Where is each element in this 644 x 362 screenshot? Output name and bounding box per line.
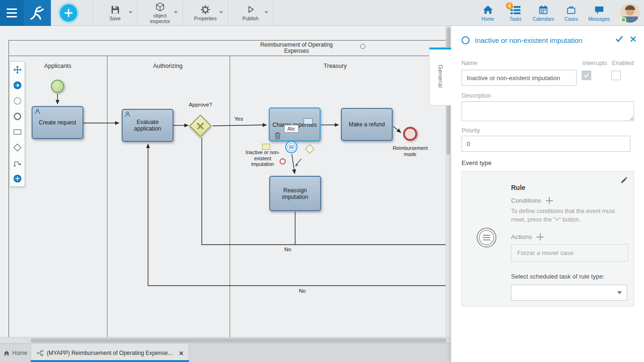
diagram-canvas[interactable]: Reimbursement of Operating Expenses Appl… <box>0 26 451 337</box>
properties-panel: General Inactive or non-existent imputat… <box>451 26 644 362</box>
circle-thick-tool[interactable] <box>10 108 25 124</box>
close-button[interactable] <box>630 35 636 42</box>
scrollbar-thumb[interactable] <box>31 338 446 343</box>
actions-label: Actions <box>511 233 532 240</box>
play-icon <box>246 5 256 15</box>
tasks-icon: 4 <box>510 4 521 16</box>
diamond-tool[interactable] <box>10 140 25 155</box>
chevron-down-icon[interactable] <box>219 11 223 14</box>
priority-label: Priority <box>462 127 480 134</box>
person-icon <box>124 111 131 119</box>
publish-label: Publish <box>242 16 258 22</box>
process-icon <box>37 350 43 356</box>
nav-home[interactable]: Home <box>474 0 502 26</box>
name-input[interactable] <box>462 70 577 86</box>
nav-cases-label: Cases <box>564 16 578 22</box>
tab-document-active[interactable]: (MYAPP) Reimbursement of Operating Expen… <box>31 344 189 362</box>
lane-label-authorizing: Authorizing <box>146 63 190 69</box>
nav-cases[interactable]: Cases <box>557 0 585 26</box>
connector-tool[interactable] <box>10 155 25 171</box>
messages-icon <box>594 4 604 16</box>
chevron-down-icon[interactable] <box>264 11 268 14</box>
tab-home[interactable]: Home <box>0 344 31 362</box>
pencil-icon <box>620 176 628 184</box>
add-button[interactable] <box>60 4 77 22</box>
tab-document-label: (MYAPP) Reimbursement of Operating Expen… <box>47 350 175 356</box>
task-create-request[interactable]: Create request <box>32 106 83 139</box>
avatar[interactable] <box>620 3 640 23</box>
task-label: Create request <box>39 119 76 126</box>
publish-button[interactable]: Publish <box>228 0 273 26</box>
task-label: Reassign imputation <box>272 187 318 200</box>
nav-tasks-label: Tasks <box>510 16 522 22</box>
priority-input[interactable] <box>462 136 630 152</box>
brand <box>0 0 51 26</box>
menu-button[interactable] <box>0 0 24 26</box>
check-icon <box>615 35 623 42</box>
rule-section: Rule Conditions To define conditions tha… <box>462 171 634 306</box>
object-inspector-button[interactable]: object inspector <box>138 0 183 26</box>
add-action-button[interactable] <box>537 233 544 240</box>
nav-tasks[interactable]: 4 Tasks <box>502 0 529 26</box>
edit-rule-button[interactable] <box>620 176 628 184</box>
tab-home-label: Home <box>12 350 27 356</box>
interrupts-label: Interrupts <box>582 60 607 66</box>
pool-event-icon <box>360 44 365 49</box>
nav-home-label: Home <box>481 16 494 22</box>
circle-thin-tool[interactable] <box>10 93 25 108</box>
task-reassign-imputation[interactable]: Reassign imputation <box>269 176 321 211</box>
rectangle-tool[interactable] <box>10 124 25 140</box>
action-forzar-button[interactable]: Forzar a mover caso <box>511 244 628 262</box>
arrow-right-tool[interactable] <box>10 77 25 93</box>
trash-icon[interactable] <box>274 132 281 141</box>
chevron-down-icon[interactable] <box>129 11 132 14</box>
scheduled-task-select[interactable] <box>511 285 627 301</box>
conditions-help-text: To define conditions that the event must… <box>511 207 624 224</box>
description-label: Description <box>462 92 491 99</box>
connector-arrow-tool[interactable] <box>291 157 304 171</box>
calendar-icon <box>538 4 548 16</box>
event-type-label: Event type <box>462 159 492 166</box>
interrupts-checkbox[interactable] <box>582 71 591 80</box>
start-event[interactable] <box>51 80 64 93</box>
app-logo-icon[interactable] <box>24 0 51 26</box>
task-make-a-refund[interactable]: Make a refund <box>341 108 393 141</box>
canvas-horizontal-scrollbar[interactable] <box>0 337 451 343</box>
nav-messages[interactable]: Messages <box>585 0 613 26</box>
lane-label-treasury: Treasury <box>316 63 355 69</box>
move-tool[interactable] <box>10 62 25 77</box>
confirm-button[interactable] <box>615 35 623 42</box>
properties-label: Properties <box>194 16 217 22</box>
home-icon <box>483 4 493 16</box>
end-event-label: Reimbursement made <box>390 145 430 157</box>
cases-icon <box>566 4 576 16</box>
tab-general[interactable]: General <box>429 47 451 106</box>
abc-text-tool[interactable]: Abc <box>284 125 298 132</box>
task-evaluate-application[interactable]: Evaluate application <box>122 109 173 142</box>
check-icon <box>584 73 589 78</box>
properties-button[interactable]: Properties <box>183 0 228 26</box>
toolbar: Save object inspector <box>92 0 273 26</box>
pool-title: Reimbursement of Operating Expenses <box>249 42 344 54</box>
cube-icon <box>155 2 165 12</box>
app-root: Save object inspector <box>0 0 644 362</box>
save-button[interactable]: Save <box>92 0 138 26</box>
end-event[interactable] <box>403 127 417 141</box>
context-rect-tool[interactable] <box>304 118 313 124</box>
edge-label-no-1: No <box>284 247 291 252</box>
add-shape-tool[interactable] <box>10 171 25 186</box>
event-circle-icon <box>462 36 470 44</box>
abc-label: Abc <box>287 126 295 132</box>
panel-title: Inactive or non-existent imputation <box>475 36 582 44</box>
nav-calendars[interactable]: Calendars <box>529 0 557 26</box>
add-condition-button[interactable] <box>546 197 553 204</box>
scheduled-task-label: Select scheduled task of rule type: <box>511 273 625 280</box>
description-textarea[interactable] <box>462 101 634 121</box>
enabled-label: Enabled <box>612 60 634 66</box>
shape-palette <box>9 61 25 187</box>
close-icon[interactable] <box>179 351 184 356</box>
enabled-checkbox[interactable] <box>611 71 621 80</box>
boundary-event-selected[interactable] <box>285 141 297 153</box>
lane-divider <box>230 56 230 337</box>
chevron-down-icon[interactable] <box>174 11 178 14</box>
